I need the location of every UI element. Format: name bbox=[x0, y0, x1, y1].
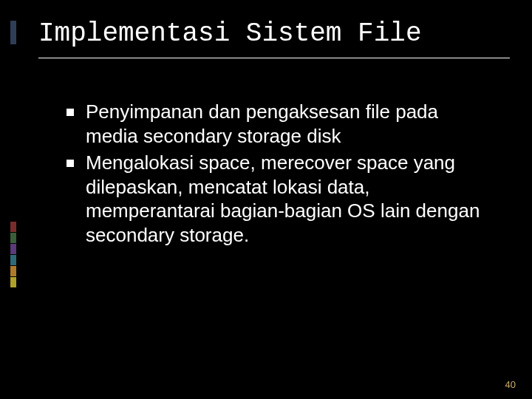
title-bar: Implementasi Sistem File bbox=[38, 18, 510, 58]
bullet-text: Penyimpanan dan pengaksesan file pada me… bbox=[86, 100, 488, 148]
accent-bar-top bbox=[10, 21, 16, 44]
accent-bar-2 bbox=[10, 233, 16, 243]
page-number: 40 bbox=[505, 379, 516, 390]
accent-bar-3 bbox=[10, 244, 16, 254]
accent-bar-6 bbox=[10, 277, 16, 287]
bullet-icon bbox=[66, 109, 74, 116]
bullet-icon bbox=[66, 160, 74, 167]
accent-bar-5 bbox=[10, 266, 16, 276]
slide-title: Implementasi Sistem File bbox=[38, 18, 510, 49]
accent-bar-1 bbox=[10, 222, 16, 232]
accent-stack bbox=[10, 21, 18, 288]
slide: Implementasi Sistem File Penyimpanan dan… bbox=[0, 0, 532, 399]
bullet-text: Mengalokasi space, merecover space yang … bbox=[86, 151, 488, 247]
list-item: Mengalokasi space, merecover space yang … bbox=[66, 151, 488, 247]
accent-bar-4 bbox=[10, 255, 16, 265]
slide-body: Penyimpanan dan pengaksesan file pada me… bbox=[66, 100, 488, 250]
list-item: Penyimpanan dan pengaksesan file pada me… bbox=[66, 100, 488, 148]
